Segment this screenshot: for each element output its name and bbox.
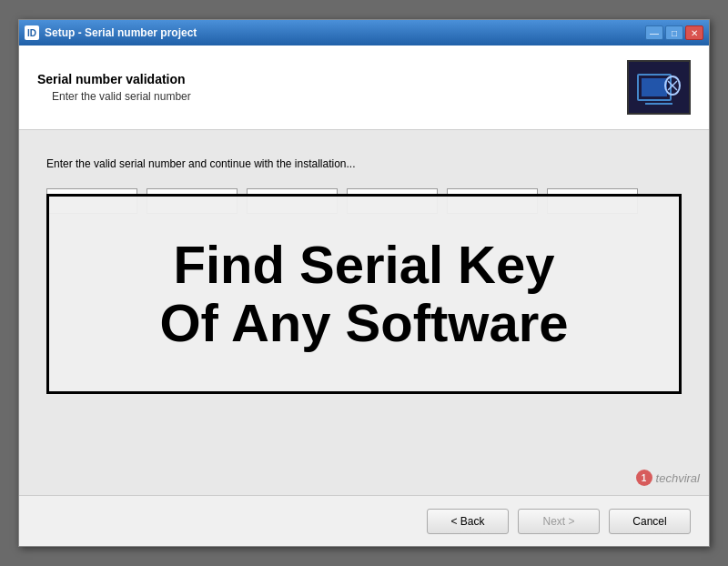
setup-window: ID Setup - Serial number project — □ ✕ S…: [18, 19, 710, 547]
svg-rect-1: [642, 78, 667, 96]
header-subtitle: Enter the valid serial number: [37, 90, 627, 103]
back-button[interactable]: < Back: [427, 509, 509, 534]
window-icon-text: ID: [27, 28, 36, 38]
header-logo: [627, 60, 691, 115]
cancel-button[interactable]: Cancel: [609, 509, 691, 534]
next-button[interactable]: Next >: [518, 509, 600, 534]
watermark-text: techviral: [656, 471, 700, 485]
overlay-text: Find Serial Key Of Any Software: [159, 236, 568, 352]
minimize-button[interactable]: —: [645, 25, 663, 40]
overlay-box: Find Serial Key Of Any Software: [46, 194, 682, 394]
header-section: Serial number validation Enter the valid…: [19, 45, 709, 130]
content-area: Enter the valid serial number and contin…: [19, 130, 709, 495]
watermark: 1 techviral: [636, 470, 700, 486]
next-label: Next >: [542, 515, 574, 528]
title-bar: ID Setup - Serial number project — □ ✕: [19, 20, 709, 45]
title-controls: — □ ✕: [645, 25, 703, 40]
cancel-label: Cancel: [632, 515, 666, 528]
window-title: Setup - Serial number project: [45, 26, 197, 39]
title-bar-left: ID Setup - Serial number project: [25, 25, 197, 40]
close-button[interactable]: ✕: [685, 25, 703, 40]
footer: < Back Next > Cancel: [19, 495, 709, 546]
back-label: < Back: [450, 515, 484, 528]
header-title: Serial number validation: [37, 72, 627, 86]
logo-svg: [636, 67, 682, 108]
header-text: Serial number validation Enter the valid…: [37, 72, 627, 103]
maximize-button[interactable]: □: [665, 25, 683, 40]
watermark-icon: 1: [636, 470, 652, 486]
window-icon: ID: [25, 25, 39, 40]
instruction-text: Enter the valid serial number and contin…: [46, 157, 682, 170]
